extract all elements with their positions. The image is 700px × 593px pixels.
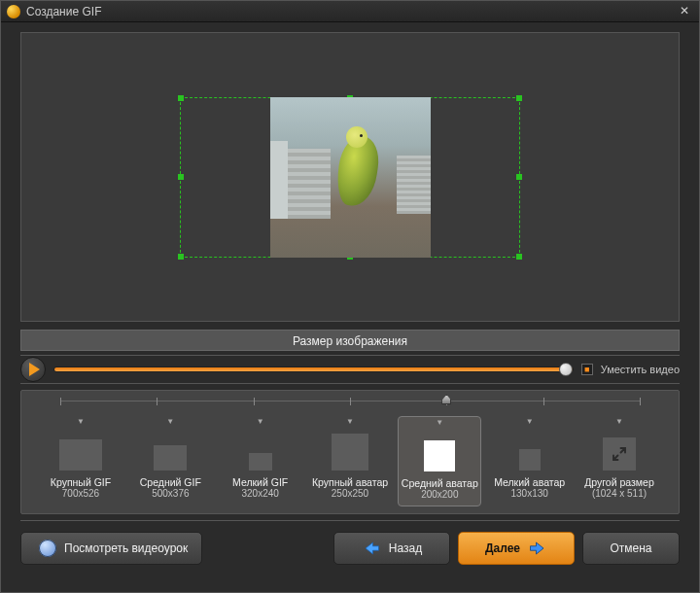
chevron-down-icon: ▼ (578, 418, 661, 426)
back-label: Назад (389, 541, 422, 555)
chevron-down-icon: ▼ (308, 418, 392, 426)
crop-area[interactable] (180, 97, 520, 258)
preset-label: Крупный аватар (308, 476, 392, 488)
preset-option-4[interactable]: ▼Средний аватар200x200 (398, 416, 481, 506)
play-icon (29, 363, 40, 376)
cancel-label: Отмена (610, 541, 651, 555)
fit-video-checkbox[interactable]: ■ (581, 364, 593, 375)
size-slider[interactable] (53, 366, 574, 372)
arrow-right-icon (528, 540, 547, 557)
preset-dimensions: 500x376 (128, 488, 212, 499)
preset-label: Мелкий GIF (219, 476, 302, 488)
watch-tutorial-button[interactable]: Посмотреть видеоурок (20, 532, 202, 565)
presets-panel: ▼Крупный GIF700x526▼Средний GIF500x376▼М… (20, 390, 680, 514)
crop-handle-w[interactable] (178, 174, 184, 180)
preset-dimensions: 320x240 (219, 488, 302, 499)
close-icon[interactable]: ✕ (676, 3, 693, 20)
preset-label: Средний аватар (399, 477, 480, 489)
chevron-down-icon: ▼ (128, 418, 212, 426)
preset-dimensions: (1024 x 511) (578, 488, 661, 499)
next-button[interactable]: Далее (458, 532, 575, 565)
size-slider-row: ■ Уместить видео (20, 355, 680, 384)
chevron-down-icon: ▼ (219, 418, 302, 426)
preset-label: Крупный GIF (39, 476, 122, 488)
preview-workspace (20, 32, 680, 322)
fit-video-label: Уместить видео (601, 364, 680, 375)
preset-option-6[interactable]: ▼Другой размер(1024 x 511) (578, 416, 661, 506)
resize-icon (611, 445, 628, 463)
titlebar: Создание GIF ✕ (1, 1, 699, 22)
chevron-down-icon: ▼ (399, 419, 480, 427)
size-slider-thumb[interactable] (559, 363, 573, 376)
preset-dimensions: 250x250 (308, 488, 392, 499)
preset-pointer[interactable] (441, 395, 451, 404)
tutorial-icon (39, 540, 56, 557)
presets-ruler (60, 401, 640, 412)
preset-option-3[interactable]: ▼Крупный аватар250x250 (308, 416, 392, 506)
preset-dimensions: 200x200 (399, 489, 480, 500)
watch-tutorial-label: Посмотреть видеоурок (64, 541, 188, 555)
preset-dimensions: 130x130 (488, 488, 572, 499)
arrow-left-icon (362, 540, 381, 557)
next-label: Далее (485, 541, 520, 555)
preset-option-5[interactable]: ▼Мелкий аватар130x130 (488, 416, 572, 506)
preset-option-0[interactable]: ▼Крупный GIF700x526 (39, 416, 122, 506)
back-button[interactable]: Назад (333, 532, 450, 565)
preset-label: Другой размер (578, 476, 661, 488)
crop-handle-nw[interactable] (178, 95, 184, 101)
presets-row: ▼Крупный GIF700x526▼Средний GIF500x376▼М… (21, 416, 679, 506)
video-preview (270, 97, 431, 258)
preset-option-1[interactable]: ▼Средний GIF500x376 (128, 416, 212, 506)
section-header-image-size: Размер изображения (20, 330, 680, 351)
crop-handle-ne[interactable] (516, 95, 522, 101)
crop-handle-sw[interactable] (178, 254, 184, 260)
preset-dimensions: 700x526 (39, 488, 122, 499)
crop-handle-se[interactable] (516, 254, 522, 260)
preset-option-2[interactable]: ▼Мелкий GIF320x240 (219, 416, 302, 506)
footer: Посмотреть видеоурок Назад Далее Отмена (20, 520, 680, 567)
app-icon (7, 5, 20, 18)
play-button[interactable] (20, 357, 46, 382)
crop-handle-e[interactable] (516, 174, 522, 180)
chevron-down-icon: ▼ (39, 418, 122, 426)
preset-label: Мелкий аватар (488, 476, 572, 488)
cancel-button[interactable]: Отмена (582, 532, 680, 565)
preset-label: Средний GIF (128, 476, 212, 488)
window-title: Создание GIF (26, 5, 101, 18)
chevron-down-icon: ▼ (488, 418, 572, 426)
